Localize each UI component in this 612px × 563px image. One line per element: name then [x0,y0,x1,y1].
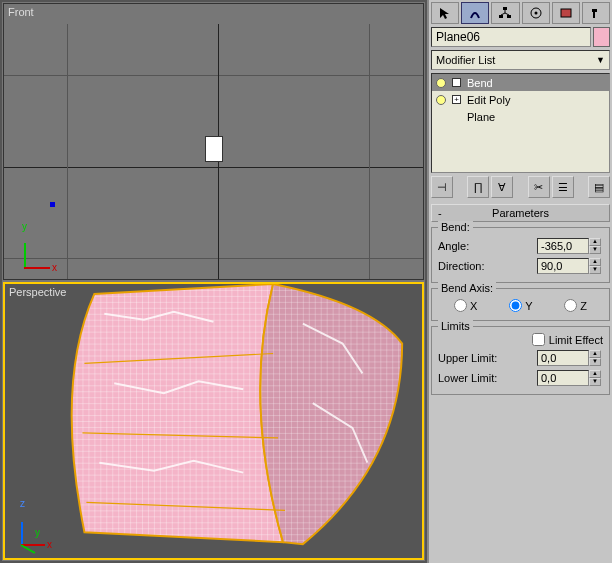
group-limits-label: Limits [438,320,473,332]
visibility-icon[interactable] [436,95,446,105]
hierarchy-icon [498,6,512,20]
expand-icon[interactable]: + [452,95,461,104]
display-icon [559,6,573,20]
viewport-front-label: Front [8,6,34,18]
hammer-icon [589,6,603,20]
modifier-stack[interactable]: + Bend + Edit Poly Plane [431,73,610,173]
stack-item-editpoly[interactable]: + Edit Poly [432,91,609,108]
front-grid [4,24,423,279]
stack-item-plane[interactable]: Plane [432,108,609,125]
unique-icon: ∀ [498,181,506,194]
command-panel: Modifier List ▼ + Bend + Edit Poly Plane… [427,0,612,563]
options-icon: ▤ [594,181,604,194]
group-limits: Limits Limit Effect Upper Limit: ▲▼ Lowe… [431,326,610,395]
axis-x-radio[interactable]: X [454,299,477,312]
viewport-perspective[interactable]: Perspective [3,282,424,561]
bend-icon [468,6,482,20]
stack-item-label: Plane [467,111,495,123]
limit-effect-label: Limit Effect [549,334,603,346]
cursor-icon [438,6,452,20]
tab-modify[interactable] [461,2,489,24]
svg-rect-7 [561,9,571,17]
spin-down-button[interactable]: ▼ [589,378,601,386]
config-icon: ☰ [558,181,568,194]
perspective-axis-tripod: z x y [21,510,57,546]
front-selected-object[interactable] [205,136,223,162]
svg-rect-2 [503,7,507,10]
upper-limit-label: Upper Limit: [438,352,537,364]
configure-sets-button[interactable]: ☰ [552,176,574,198]
stack-options-button[interactable]: ▤ [588,176,610,198]
group-bend-axis-label: Bend Axis: [438,282,496,294]
collapse-icon: - [438,207,442,219]
group-bend: Bend: Angle: ▲▼ Direction: ▲▼ [431,227,610,283]
upper-limit-input[interactable] [537,350,589,366]
axis-y-radio[interactable]: Y [509,299,532,312]
perspective-mesh [5,284,422,562]
group-bend-axis: Bend Axis: X Y Z [431,288,610,321]
show-end-result-button[interactable]: ∏ [467,176,489,198]
spin-down-button[interactable]: ▼ [589,358,601,366]
command-panel-tabs [431,2,610,24]
angle-label: Angle: [438,240,537,252]
spin-up-button[interactable]: ▲ [589,258,601,266]
spin-up-button[interactable]: ▲ [589,238,601,246]
lower-limit-label: Lower Limit: [438,372,537,384]
direction-label: Direction: [438,260,537,272]
pin-icon: ⊣ [437,181,447,194]
svg-rect-3 [499,15,503,18]
stack-toolbar: ⊣ ∏ ∀ ✂ ☰ ▤ [431,176,610,198]
tab-utilities[interactable] [582,2,610,24]
modifier-list-dropdown[interactable]: Modifier List ▼ [431,50,610,70]
wheel-icon [529,6,543,20]
expand-icon[interactable]: + [452,78,461,87]
front-marker [50,202,55,207]
limit-effect-checkbox[interactable] [532,333,545,346]
object-name-input[interactable] [431,27,591,47]
tab-create[interactable] [431,2,459,24]
lower-limit-input[interactable] [537,370,589,386]
pin-stack-button[interactable]: ⊣ [431,176,453,198]
trash-icon: ✂ [534,181,543,194]
make-unique-button[interactable]: ∀ [491,176,513,198]
tab-motion[interactable] [522,2,550,24]
axis-z-radio[interactable]: Z [564,299,587,312]
remove-modifier-button[interactable]: ✂ [528,176,550,198]
spin-down-button[interactable]: ▼ [589,246,601,254]
spin-up-button[interactable]: ▲ [589,350,601,358]
svg-rect-4 [507,15,511,18]
viewport-front[interactable]: Front y x [3,3,424,280]
modifier-list-label: Modifier List [436,54,495,66]
rollout-parameters-header[interactable]: - Parameters [431,204,610,222]
group-bend-label: Bend: [438,221,473,233]
direction-input[interactable] [537,258,589,274]
tab-hierarchy[interactable] [491,2,519,24]
rollout-title: Parameters [492,207,549,219]
object-color-swatch[interactable] [593,27,610,47]
result-icon: ∏ [474,181,483,193]
stack-item-label: Bend [467,77,493,89]
front-axis-tripod: y x [24,233,60,269]
spin-down-button[interactable]: ▼ [589,266,601,274]
visibility-icon[interactable] [436,78,446,88]
angle-input[interactable] [537,238,589,254]
stack-item-label: Edit Poly [467,94,510,106]
tab-display[interactable] [552,2,580,24]
svg-point-6 [534,12,537,15]
stack-item-bend[interactable]: + Bend [432,74,609,91]
chevron-down-icon: ▼ [596,55,605,65]
spin-up-button[interactable]: ▲ [589,370,601,378]
viewports-area: Front y x Perspective [0,0,427,563]
